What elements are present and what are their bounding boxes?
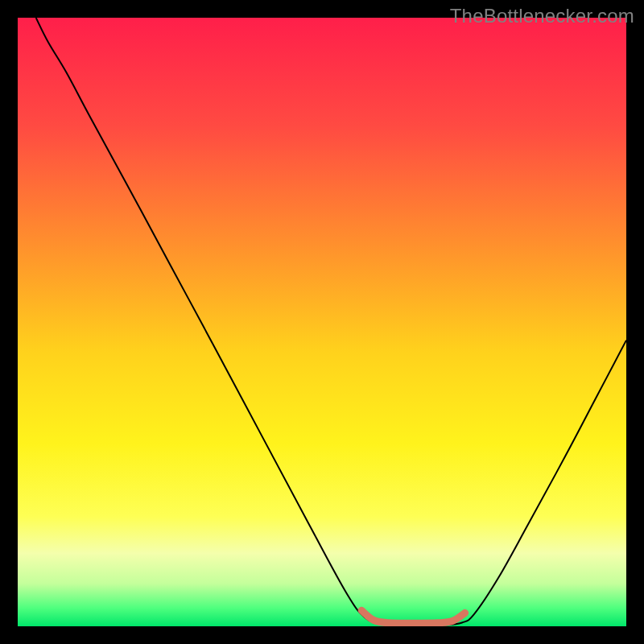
watermark-text: TheBottlenecker.com: [450, 5, 634, 27]
chart-svg: [18, 18, 626, 626]
chart-plot-area: [18, 18, 626, 626]
chart-outer-frame: [0, 0, 644, 644]
chart-background: [18, 18, 626, 626]
